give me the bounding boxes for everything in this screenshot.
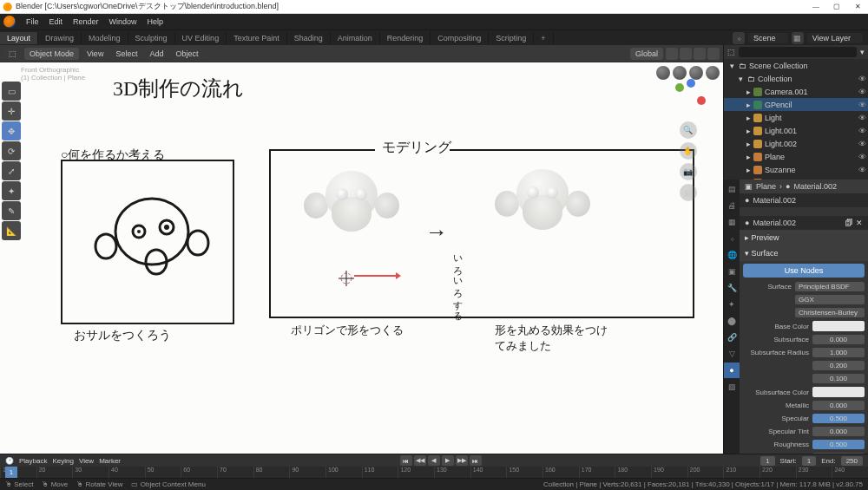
add-workspace-button[interactable]: + — [534, 32, 553, 44]
surface-section[interactable]: ▾ Surface — [740, 245, 868, 261]
playhead[interactable]: 1 — [5, 467, 17, 478]
outliner-item-light[interactable]: ▸ Light👁 — [724, 111, 868, 124]
zoom-gizmo-icon[interactable]: 🔍 — [680, 121, 697, 139]
use-nodes-button[interactable]: Use Nodes — [743, 264, 865, 278]
outliner-item-camera-001[interactable]: ▸ Camera.001👁 — [724, 85, 868, 98]
editor-type-selector[interactable]: ⬚ — [3, 48, 22, 60]
pan-gizmo-icon[interactable]: ✋ — [680, 142, 697, 160]
jump-end-button[interactable]: ⏭ — [470, 455, 482, 466]
annotate-tool[interactable]: ✎ — [2, 201, 21, 220]
menu-file[interactable]: File — [21, 16, 44, 28]
outliner-collection[interactable]: ▾🗀Collection 👁 — [724, 72, 868, 85]
tab-render[interactable]: ▤ — [724, 181, 740, 197]
tab-object[interactable]: ▣ — [724, 264, 740, 279]
next-keyframe-button[interactable]: ▶▶ — [456, 455, 468, 466]
rotate-tool[interactable]: ⟳ — [2, 141, 21, 160]
tab-texture[interactable]: ▨ — [724, 379, 740, 395]
outliner-item-light-002[interactable]: ▸ Light.002👁 — [724, 137, 868, 150]
value-field[interactable]: 0.000 — [812, 453, 865, 454]
visibility-icon[interactable]: 👁 — [858, 140, 866, 147]
tab-physics[interactable]: ⬤ — [724, 313, 740, 329]
visibility-icon[interactable]: 👁 — [858, 101, 866, 108]
current-frame-field[interactable]: 1 — [760, 456, 774, 466]
tab-texture-paint[interactable]: Texture Paint — [227, 32, 287, 44]
prev-keyframe-button[interactable]: ◀◀ — [414, 455, 426, 466]
visibility-icon[interactable]: 👁 — [858, 166, 866, 173]
outliner-filter-icon[interactable]: ▾ — [860, 48, 865, 56]
tab-uv-editing[interactable]: UV Editing — [175, 32, 227, 44]
material-name-field[interactable]: ●Material.002 🗐 ✕ — [740, 216, 868, 230]
tab-scripting[interactable]: Scripting — [489, 32, 534, 44]
tab-scene[interactable]: ⬦ — [724, 231, 740, 246]
shading-wireframe-icon[interactable] — [656, 66, 670, 80]
tab-animation[interactable]: Animation — [331, 32, 380, 44]
shading-rendered-icon[interactable] — [706, 66, 720, 80]
menu-window[interactable]: Window — [104, 16, 142, 28]
axis-x-icon[interactable] — [697, 96, 706, 105]
timeline-menu-marker[interactable]: Marker — [99, 457, 121, 465]
tab-particles[interactable]: ✦ — [724, 297, 740, 312]
maximize-button[interactable]: ▢ — [826, 0, 847, 13]
menu-edit[interactable]: Edit — [44, 16, 69, 28]
tab-modifiers[interactable]: 🔧 — [724, 280, 740, 296]
tab-sculpting[interactable]: Sculpting — [128, 32, 175, 44]
viewport-menu-view[interactable]: View — [82, 48, 108, 60]
tab-shading[interactable]: Shading — [287, 32, 331, 44]
distribution-selector[interactable]: GGX — [795, 295, 865, 304]
viewlayer-selector[interactable]: View Layer — [807, 33, 863, 43]
viewport-menu-select[interactable]: Select — [110, 48, 142, 60]
value-field[interactable]: 1.000 — [812, 348, 865, 357]
camera-gizmo-icon[interactable]: 📷 — [680, 163, 697, 180]
transform-tool[interactable]: ✦ — [2, 181, 21, 200]
move-tool[interactable]: ✥ — [2, 121, 21, 140]
timeline-type-icon[interactable]: 🕐 — [5, 457, 14, 465]
tab-compositing[interactable]: Compositing — [431, 32, 489, 44]
navigation-gizmo[interactable] — [671, 83, 706, 118]
outliner-scene-collection[interactable]: ▾🗀Scene Collection — [724, 59, 868, 72]
cursor-tool[interactable]: ✛ — [2, 101, 21, 121]
scale-tool[interactable]: ⤢ — [2, 161, 21, 180]
value-field[interactable]: 0.500 — [812, 440, 865, 449]
color-swatch[interactable] — [812, 321, 865, 331]
end-frame-field[interactable]: 250 — [841, 456, 863, 466]
play-button[interactable]: ▶ — [442, 455, 454, 466]
tab-data[interactable]: ▽ — [724, 346, 740, 362]
menu-render[interactable]: Render — [68, 16, 104, 28]
value-field[interactable]: 0.000 — [812, 427, 865, 436]
outliner-search-input[interactable] — [739, 47, 857, 57]
tab-rendering[interactable]: Rendering — [380, 32, 431, 44]
xray-toggle-icon[interactable] — [707, 48, 720, 60]
value-field[interactable]: 0.200 — [812, 361, 865, 370]
visibility-icon[interactable]: 👁 — [858, 153, 866, 160]
timeline-menu-keying[interactable]: Keying — [52, 457, 73, 465]
shading-solid-icon[interactable] — [673, 66, 687, 80]
play-reverse-button[interactable]: ◀ — [428, 455, 440, 466]
axis-z-icon[interactable] — [687, 79, 695, 88]
value-field[interactable]: 0.100 — [812, 374, 865, 383]
value-field[interactable]: 0.000 — [812, 401, 865, 410]
outliner-type-icon[interactable]: ⬚ — [727, 48, 735, 56]
visibility-icon[interactable]: 👁 — [858, 114, 866, 121]
3d-viewport[interactable]: Front Orthographic (1) Collection | Plan… — [0, 62, 723, 454]
tab-drawing[interactable]: Drawing — [38, 32, 82, 44]
axis-y-icon[interactable] — [675, 83, 684, 92]
surface-shader-selector[interactable]: Principled BSDF — [795, 282, 865, 291]
scene-selector[interactable]: Scene — [748, 33, 788, 43]
visibility-icon[interactable]: 👁 — [858, 88, 866, 95]
select-tool[interactable]: ▭ — [2, 82, 21, 101]
outliner-item-suzanne[interactable]: ▸ Suzanne👁 — [724, 163, 868, 176]
tab-world[interactable]: 🌐 — [724, 247, 740, 263]
proportional-edit-icon[interactable] — [680, 48, 692, 60]
preview-section[interactable]: ▸ Preview — [740, 230, 868, 245]
close-button[interactable]: ✕ — [847, 0, 868, 13]
tab-output[interactable]: 🖨 — [724, 198, 740, 213]
tab-layout[interactable]: Layout — [0, 32, 38, 44]
sss-method-selector[interactable]: Christensen-Burley — [795, 308, 865, 317]
shading-material-icon[interactable] — [689, 66, 703, 80]
tab-constraints[interactable]: 🔗 — [724, 330, 740, 345]
jump-start-button[interactable]: ⏮ — [400, 455, 412, 466]
overlay-toggle-icon[interactable] — [694, 48, 706, 60]
start-frame-field[interactable]: 1 — [802, 456, 816, 466]
mode-selector[interactable]: Object Mode — [24, 48, 79, 60]
outliner-item-light-001[interactable]: ▸ Light.001👁 — [724, 124, 868, 137]
